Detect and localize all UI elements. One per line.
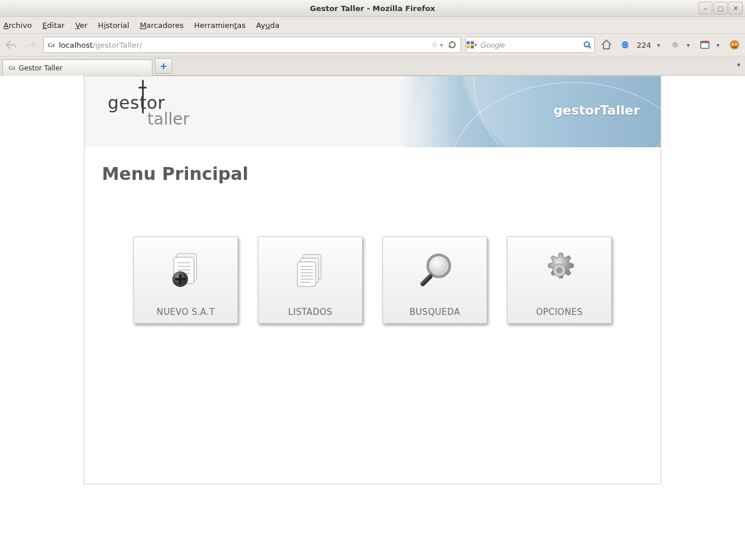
search-bar[interactable]: ▾ [466,37,595,53]
svg-point-8 [672,42,678,48]
counter-label: 224 [637,41,651,49]
app-page: gestor taller gestorTaller Menu Principa… [84,76,661,484]
menu-archivo[interactable]: AArchivorchivo [3,21,32,30]
url-dropdown-icon[interactable]: ▾ [440,42,443,48]
back-button[interactable] [3,37,19,52]
svg-point-11 [730,40,739,49]
card-label: NUEVO S.A.T [157,307,215,317]
card-opciones[interactable]: OPCIONES [507,236,612,324]
page-banner: gestor taller gestorTaller [84,76,661,147]
reload-button[interactable] [448,40,457,49]
window-maximize-button[interactable]: ▢ [714,2,728,15]
content-viewport: gestor taller gestorTaller Menu Principa… [0,76,745,560]
svg-point-14 [732,44,733,45]
globe-icon[interactable] [618,38,632,52]
svg-rect-1 [471,41,474,44]
extension-1-dropdown-icon[interactable]: ▾ [687,42,690,48]
address-bar[interactable]: Gt localhost/gestorTaller/ ☆ ▾ [43,37,461,53]
tabstrip-menu-icon[interactable]: ▾ [737,61,740,69]
svg-line-5 [588,46,591,48]
documents-icon [288,237,333,307]
svg-point-4 [584,41,588,46]
window-titlebar: Gestor Taller - Mozilla Firefox ‒ ▢ ✕ [0,0,745,17]
search-dropdown-icon[interactable]: ▾ [474,42,480,48]
svg-point-40 [556,267,563,274]
extension-2-dropdown-icon[interactable]: ▾ [716,42,719,48]
card-busqueda[interactable]: BUSQUEDA [382,236,487,324]
menu-marcadores[interactable]: Marcadores [140,21,183,30]
magnifier-icon [410,237,460,307]
document-plus-icon [163,237,208,307]
card-label: LISTADOS [288,307,332,317]
search-input[interactable] [480,40,580,50]
extension-1-icon[interactable] [668,38,682,52]
card-nuevo-sat[interactable]: NUEVO S.A.T [133,236,238,324]
address-input[interactable] [143,40,428,50]
browser-tabstrip: Gt Gestor Taller + ▾ [0,56,745,76]
svg-point-15 [736,44,737,45]
menu-herramientas[interactable]: Herramientas [194,21,246,30]
card-listados[interactable]: LISTADOS [258,236,363,324]
app-logo: gestor taller [108,93,189,129]
card-label: BUSQUEDA [409,307,460,317]
browser-menubar: AArchivorchivo Editar Ver Historial Marc… [0,17,745,34]
extension-monkey-icon[interactable] [728,38,742,52]
svg-rect-3 [471,45,474,48]
tab-favicon: Gt [9,65,15,71]
svg-rect-0 [467,41,470,44]
page-title: Menu Principal [102,164,643,184]
svg-point-6 [622,41,629,48]
tab-active[interactable]: Gt Gestor Taller [2,59,152,76]
menu-ayuda[interactable]: Ayuda [256,21,279,30]
menu-historial[interactable]: Historial [98,21,129,30]
forward-button[interactable] [23,37,38,52]
extension-2-icon[interactable] [698,38,712,52]
menu-editar[interactable]: Editar [42,21,65,30]
svg-rect-38 [420,273,434,287]
main-menu-cards: NUEVO S.A.T [102,236,643,324]
tab-label: Gestor Taller [19,64,62,72]
brand-text: gestorTaller [554,103,640,118]
url-host: localhost [59,41,93,49]
bookmark-star-icon[interactable]: ☆ [431,41,438,49]
svg-rect-10 [701,41,709,43]
gear-icon [533,237,586,307]
window-close-button[interactable]: ✕ [729,2,743,15]
new-tab-button[interactable]: + [155,58,172,74]
window-minimize-button[interactable]: ‒ [698,2,712,15]
card-label: OPCIONES [536,307,583,317]
window-title: Gestor Taller - Mozilla Firefox [310,4,435,13]
search-submit-icon[interactable] [580,41,595,49]
menu-ver[interactable]: Ver [75,21,87,30]
url-path: /gestorTaller/ [93,41,142,49]
site-favicon: Gt [44,41,59,48]
counter-dropdown-icon[interactable]: ▾ [657,42,660,48]
home-button[interactable] [599,38,613,52]
browser-navbar: Gt localhost/gestorTaller/ ☆ ▾ ▾ 224 ▾ ▾ [0,34,745,56]
search-engine-icon [466,41,474,49]
svg-rect-2 [467,45,470,48]
